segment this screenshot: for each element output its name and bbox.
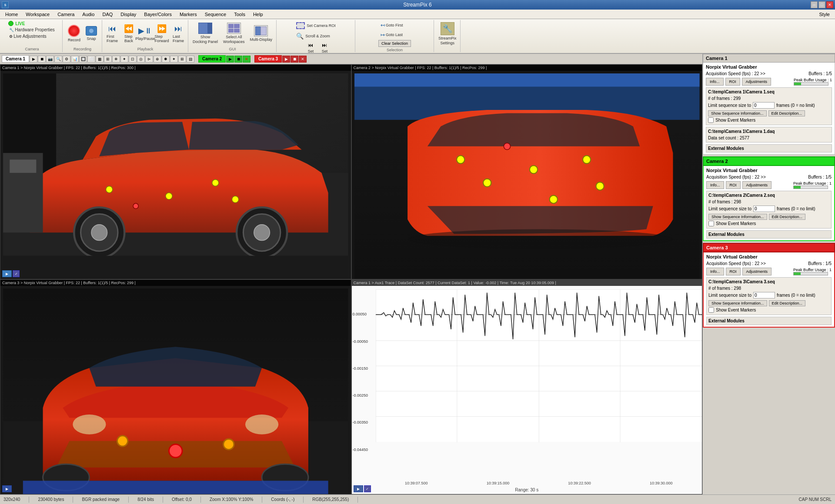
cam2-icon3[interactable]: ✕: [243, 56, 250, 63]
menu-markers[interactable]: Markers: [176, 11, 200, 18]
status-rgb: RGB(255,255,255): [312, 497, 349, 502]
cam2-seq-buttons: Show Sequence Information... Edit Descri…: [708, 214, 829, 220]
cam1-show-seq-info-button[interactable]: Show Sequence Information...: [708, 110, 767, 116]
cam2-limit-input[interactable]: [753, 206, 775, 212]
cam3-icon2[interactable]: ⏹: [291, 56, 298, 63]
menu-display[interactable]: Display: [117, 11, 140, 18]
menu-bayer[interactable]: Bayer/Colors: [140, 11, 175, 18]
cam1-icon12[interactable]: ✦: [120, 56, 128, 63]
cam1-indicator-icon[interactable]: ▶: [2, 270, 12, 277]
menu-daq[interactable]: DAQ: [99, 11, 116, 18]
svg-point-25: [549, 196, 557, 203]
cam2-show-seq-info-button[interactable]: Show Sequence Information...: [708, 214, 767, 220]
cam1-icon1[interactable]: ▶: [30, 56, 37, 63]
cam1-adjustments-button[interactable]: Adjustments: [742, 78, 772, 86]
camera3-section-header: Camera 3: [703, 243, 835, 252]
play-pause-button[interactable]: ▶⏸ Play/Pause: [137, 25, 153, 42]
cam1-icon17[interactable]: ✱: [162, 56, 170, 63]
cam1-icon7[interactable]: 🔲: [79, 56, 87, 63]
cam1-icon18[interactable]: ✦: [170, 56, 178, 63]
cam3-icon1[interactable]: ▶: [282, 56, 290, 63]
waveform-checkbox[interactable]: ✓: [364, 485, 371, 492]
maximize-button[interactable]: □: [818, 1, 825, 8]
cam1-icon6[interactable]: 📊: [71, 56, 79, 63]
status-sep4: [163, 497, 163, 503]
menu-home[interactable]: Home: [2, 11, 21, 18]
cam1-icon2[interactable]: ⏹: [38, 56, 46, 63]
cam1-edit-desc-button[interactable]: Edit Description...: [768, 110, 805, 116]
cam1-icon16[interactable]: ⊕: [154, 56, 161, 63]
menu-sequence[interactable]: Sequence: [201, 11, 230, 18]
first-frame-button[interactable]: ⏮ FirstFrame: [104, 24, 120, 43]
cam1-icon13[interactable]: ⊡: [129, 56, 137, 63]
menu-camera[interactable]: Camera: [54, 11, 78, 18]
step-back-button[interactable]: ⏪ StepBack: [121, 23, 137, 43]
cam3-roi-button[interactable]: ROI: [726, 268, 741, 275]
cam2-event-markers-checkbox[interactable]: [708, 221, 714, 226]
cam3-info-button[interactable]: Info...: [706, 268, 724, 275]
select-all-workspaces-button[interactable]: Select AllWorkspaces: [221, 21, 247, 46]
cam1-icon3[interactable]: 📷: [46, 56, 54, 63]
cam3-limit-input[interactable]: [753, 292, 775, 298]
scroll-zoom-button[interactable]: 🔍 Scroll & Zoom: [294, 31, 332, 41]
hardware-properties-button[interactable]: 🔧 Hardware Properties: [8, 27, 56, 33]
cam1-icon9[interactable]: ▦: [96, 56, 104, 63]
show-docking-panel-button[interactable]: ShowDocking Panel: [190, 21, 220, 46]
cam3-button-row: Info... ROI Adjustments Peak Buffer Usag…: [706, 268, 832, 275]
live-adjustments-button[interactable]: ⚙ Live Adjustments: [8, 33, 56, 39]
camera2-tab[interactable]: Camera 2: [198, 55, 226, 63]
cam3-event-markers-checkbox[interactable]: [708, 307, 714, 313]
cam1-event-markers-checkbox[interactable]: [708, 117, 714, 123]
cam2-edit-desc-button[interactable]: Edit Description...: [769, 214, 806, 220]
camera1-view[interactable]: Camera 1 > Norpix Virtual Grabber | FPS:…: [0, 64, 351, 279]
streampix-settings-button[interactable]: 🔧 StreamPixSettings: [436, 21, 459, 47]
cam1-icon10[interactable]: ⊞: [104, 56, 112, 63]
set-camera-roi-button[interactable]: Set Camera ROI: [294, 21, 338, 30]
cam2-roi-button[interactable]: ROI: [726, 181, 741, 189]
snap-button[interactable]: Snap: [84, 25, 99, 43]
cam1-roi-button[interactable]: ROI: [725, 78, 740, 86]
close-button[interactable]: ✕: [826, 1, 833, 8]
menu-audio[interactable]: Audio: [79, 11, 98, 18]
goto-first-button[interactable]: ↤ Goto First: [378, 21, 405, 30]
cam1-icon5[interactable]: ⚙: [63, 56, 70, 63]
cam1-icon15[interactable]: ⊳: [145, 56, 153, 63]
cam1-icon14[interactable]: ◎: [137, 56, 145, 63]
cam1-info-button[interactable]: Info...: [706, 78, 724, 86]
cam3-show-seq-info-button[interactable]: Show Sequence Information...: [708, 300, 767, 306]
camera3-view[interactable]: Camera 3 > Norpix Virtual Grabber | FPS:…: [0, 279, 351, 494]
camera3-tab[interactable]: Camera 3: [254, 55, 282, 63]
step-forward-button[interactable]: ⏩ StepForward: [154, 23, 170, 43]
cam3-edit-desc-button[interactable]: Edit Description...: [769, 300, 806, 306]
minimize-button[interactable]: ─: [811, 1, 818, 8]
menu-help[interactable]: Help: [250, 11, 267, 18]
cam2-icon2[interactable]: ⏹: [234, 56, 242, 63]
multi-display-button[interactable]: Multi-Display: [247, 24, 274, 43]
last-frame-button[interactable]: ⏭ LastFrame: [170, 24, 186, 43]
cam1-icon19[interactable]: ⊞: [178, 56, 186, 63]
cam3-frames-row: # of frames : 298: [708, 286, 829, 291]
menu-workspace[interactable]: Workspace: [22, 11, 53, 18]
cam1-acq-row: Acquisition Speed (fps) : 22 >> Buffers …: [706, 71, 832, 76]
camera2-view[interactable]: Camera 2 > Norpix Virtual Grabber | FPS:…: [351, 64, 703, 279]
menu-tools[interactable]: Tools: [230, 11, 249, 18]
cam1-checkbox[interactable]: ✓: [13, 270, 20, 277]
cam1-icon11[interactable]: ❄: [112, 56, 120, 63]
cam1-icon8[interactable]: ⬜: [87, 56, 95, 63]
goto-last-button[interactable]: ↦ Goto Last: [378, 30, 405, 39]
clear-selection-button[interactable]: Clear Selection: [378, 40, 411, 47]
cam3-icon3[interactable]: ✕: [299, 56, 307, 63]
streampix-settings-group: 🔧 StreamPixSettings: [434, 20, 461, 52]
cam1-icon20[interactable]: ▤: [187, 56, 194, 63]
waveform-indicator-icon[interactable]: ▶: [354, 485, 363, 492]
cam3-adjustments-button[interactable]: Adjustments: [742, 268, 772, 275]
record-button[interactable]: Record: [66, 23, 83, 44]
camera1-tab[interactable]: Camera 1: [2, 55, 29, 63]
cam1-limit-input[interactable]: [753, 102, 775, 109]
cam1-icon4[interactable]: 🔍: [54, 56, 62, 63]
cam2-icon1[interactable]: ▶: [226, 56, 234, 63]
svg-rect-19: [354, 73, 699, 87]
cam2-adjustments-button[interactable]: Adjustments: [742, 181, 772, 189]
cam3-indicator[interactable]: ▶: [2, 485, 12, 492]
cam2-info-button[interactable]: Info...: [706, 181, 724, 189]
